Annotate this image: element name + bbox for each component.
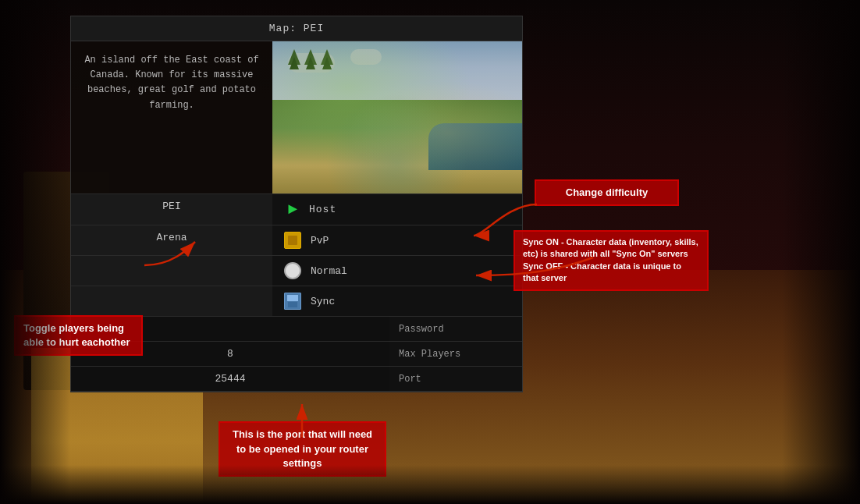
fog-overlay <box>272 41 522 193</box>
green-arrow-icon: ► <box>288 201 297 218</box>
normal-label[interactable]: Normal <box>311 265 347 277</box>
sync-label[interactable]: Sync <box>311 296 335 307</box>
pvp-label[interactable]: PvP <box>311 235 329 247</box>
tree-2 <box>304 49 317 65</box>
port-label: Port <box>389 367 522 391</box>
sync-icon <box>284 293 301 310</box>
land-area <box>272 100 522 193</box>
host-row-cell: ► Host <box>272 194 522 225</box>
tree-1 <box>288 49 300 65</box>
annotation-change-difficulty-text: Change difficulty <box>566 186 648 198</box>
annotation-toggle-pvp: Toggle players being able to hurt eachot… <box>14 315 143 356</box>
map-name-row: PEI ► Host <box>71 194 522 225</box>
arena-cell[interactable]: Arena <box>71 225 272 255</box>
cloud2 <box>350 49 382 65</box>
pvp-cell: PvP <box>272 225 522 255</box>
host-label[interactable]: Host <box>309 204 336 215</box>
map-trees <box>288 49 333 65</box>
map-header: Map: PEI <box>71 16 522 41</box>
max-players-label: Max Players <box>389 342 522 366</box>
annotation-pvp-text: Toggle players being able to hurt eachot… <box>23 322 130 348</box>
pvp-icon <box>284 232 301 249</box>
difficulty-left-cell <box>71 256 272 286</box>
sync-left-cell <box>71 286 272 316</box>
annotation-port-text: This is the port that will need to be op… <box>233 428 372 468</box>
map-preview-image <box>272 41 522 193</box>
map-name-cell[interactable]: PEI <box>71 194 272 225</box>
difficulty-right-cell: Normal <box>272 256 522 286</box>
annotation-change-difficulty: Change difficulty <box>535 179 679 206</box>
annotation-port-info: This is the port that will need to be op… <box>219 421 386 477</box>
port-input[interactable] <box>71 367 389 391</box>
difficulty-toggle[interactable] <box>284 262 301 279</box>
difficulty-row: Normal <box>71 256 522 286</box>
annotation-sync-text: Sync ON - Character data (inventory, ski… <box>523 237 698 282</box>
tree-3 <box>321 49 333 65</box>
water-area <box>428 123 522 170</box>
cloud1 <box>288 53 335 73</box>
sync-row: Sync <box>71 286 522 317</box>
game-mode-row: Arena PvP <box>71 225 522 256</box>
map-header-label: Map: PEI <box>269 23 324 34</box>
port-row: Port <box>71 367 522 392</box>
annotation-sync-info: Sync ON - Character data (inventory, ski… <box>514 230 709 291</box>
sky-area <box>272 41 522 104</box>
map-desc-area: An island off the East coast of Canada. … <box>71 41 522 194</box>
password-label: Password <box>389 317 522 341</box>
sync-right-cell: Sync <box>272 286 522 316</box>
map-description: An island off the East coast of Canada. … <box>71 41 272 193</box>
